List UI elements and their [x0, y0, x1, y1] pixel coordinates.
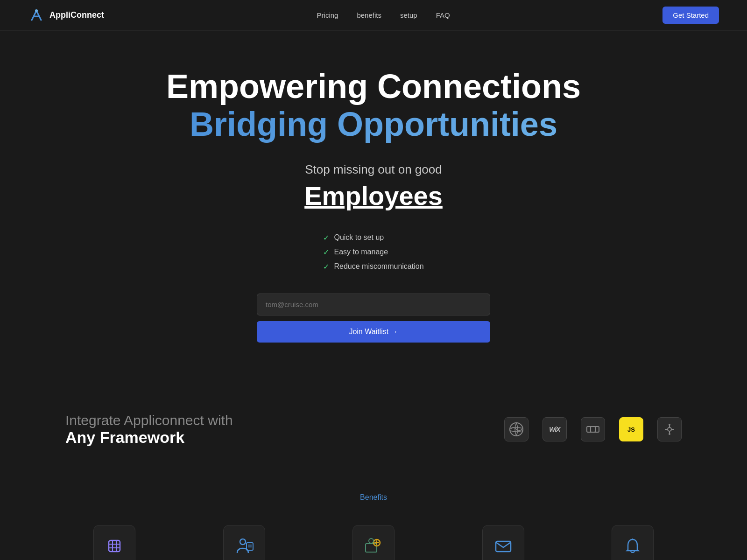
nav-link-faq[interactable]: FAQ: [436, 11, 450, 19]
benefit-person-board-box: [223, 525, 265, 560]
cube-icon: [105, 537, 124, 555]
check-label-2: Easy to manage: [334, 248, 388, 256]
integrate-text: Integrate Appliconnect with Any Framewor…: [65, 413, 233, 447]
integrate-title: Any Framework: [65, 428, 233, 447]
waitlist-button[interactable]: Join Waitlist →: [257, 321, 490, 343]
squarespace-icon: [581, 417, 605, 441]
benefit-mail-box: [482, 525, 524, 560]
wordpress-icon: [504, 417, 529, 441]
hero-title-white: Empowering Connections: [166, 68, 581, 105]
svg-rect-17: [247, 543, 253, 550]
benefits-label: Benefits: [360, 493, 387, 502]
logo[interactable]: AppliConnect: [28, 7, 104, 24]
svg-rect-11: [109, 540, 120, 552]
svg-point-10: [669, 433, 670, 435]
hero-title-blue: Bridging Opportunities: [190, 105, 557, 144]
person-plus-icon: [362, 534, 385, 558]
email-form: Join Waitlist →: [257, 294, 490, 343]
hero-section: Empowering Connections Bridging Opportun…: [0, 31, 747, 371]
hero-employees: Employees: [304, 181, 443, 211]
checklist: ✓ Quick to set up ✓ Easy to manage ✓ Red…: [323, 233, 423, 271]
check-item-2: ✓ Easy to manage: [323, 248, 388, 257]
benefit-cube-box: [93, 525, 135, 560]
benefits-section: Benefits: [0, 475, 747, 560]
bell-icon: [623, 537, 642, 555]
checkmark-icon-1: ✓: [323, 233, 329, 242]
nav-link-setup[interactable]: setup: [400, 11, 417, 19]
javascript-icon: JS: [619, 417, 643, 441]
check-item-1: ✓ Quick to set up: [323, 233, 384, 242]
logo-text: AppliConnect: [49, 10, 104, 20]
nav-link-pricing[interactable]: Pricing: [317, 11, 338, 19]
svg-point-4: [668, 427, 671, 431]
nav-links: Pricing benefits setup FAQ: [317, 11, 450, 19]
svg-point-0: [35, 9, 38, 12]
logo-icon: [28, 7, 45, 24]
nav-link-benefits[interactable]: benefits: [357, 11, 381, 19]
check-label-1: Quick to set up: [334, 233, 384, 242]
mail-icon: [494, 537, 513, 555]
get-started-button[interactable]: Get Started: [662, 7, 719, 24]
checkmark-icon-2: ✓: [323, 248, 329, 257]
integrate-subtitle: Integrate Appliconnect with: [65, 413, 233, 428]
framework-icons: WiX JS: [504, 417, 682, 441]
hero-subtitle: Stop missing out on good: [305, 162, 442, 177]
svg-point-24: [369, 539, 374, 543]
check-item-3: ✓ Reduce miscommunication: [323, 262, 423, 271]
check-label-3: Reduce miscommunication: [334, 262, 423, 271]
benefits-icons-row: [93, 525, 654, 560]
svg-rect-25: [496, 541, 511, 552]
benefit-person-plus-box: [352, 525, 395, 560]
plugin-icon: [657, 417, 682, 441]
benefit-bell-box: [612, 525, 654, 560]
integrate-section: Integrate Appliconnect with Any Framewor…: [0, 385, 747, 475]
wix-icon: WiX: [543, 417, 567, 441]
person-board-icon: [233, 534, 256, 558]
checkmark-icon-3: ✓: [323, 262, 329, 271]
svg-point-9: [669, 424, 670, 426]
navbar: AppliConnect Pricing benefits setup FAQ …: [0, 0, 747, 31]
svg-point-16: [240, 539, 246, 545]
email-input[interactable]: [257, 294, 490, 315]
